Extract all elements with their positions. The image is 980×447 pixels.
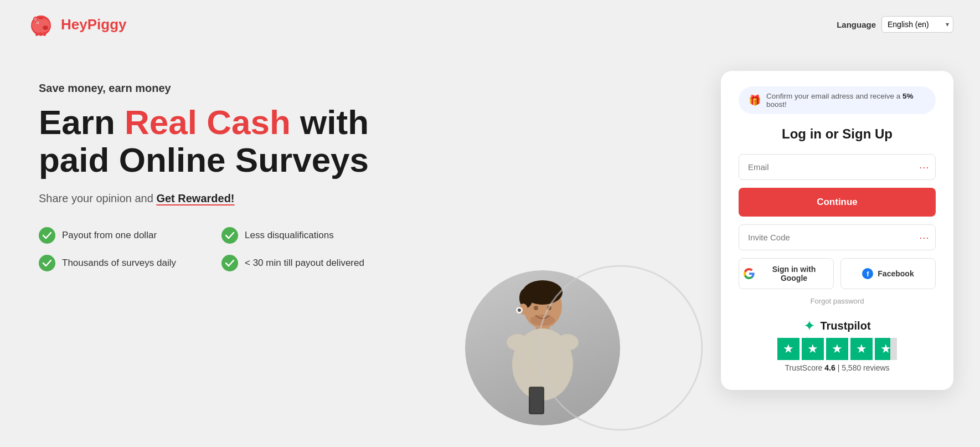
email-input[interactable] (739, 154, 936, 180)
svg-point-13 (39, 255, 55, 271)
feature-text: Payout from one dollar (62, 230, 157, 241)
google-signin-label: Sign in with Google (759, 265, 829, 282)
trustpilot-name: Trustpilot (820, 320, 870, 332)
invite-dots-icon: ⋯ (919, 232, 929, 244)
svg-rect-9 (39, 32, 42, 36)
trustpilot-section: ✦ Trustpilot ★ ★ ★ ★ ★ TrustScore 4.6 | … (739, 317, 936, 372)
circle-decoration (534, 262, 706, 434)
svg-point-30 (538, 266, 702, 430)
trustpilot-score: TrustScore 4.6 | 5,580 reviews (785, 363, 889, 372)
star-5: ★ (875, 338, 897, 360)
headline-part1: Earn (39, 103, 125, 141)
feature-text: Thousands of surveys daily (62, 258, 176, 269)
subtitle: Save money, earn money (39, 82, 437, 95)
svg-rect-7 (39, 18, 43, 19)
svg-point-6 (34, 18, 37, 22)
headline-highlight: Real Cash (125, 103, 291, 141)
star-1: ★ (777, 338, 800, 360)
feature-text: Less disqualifications (245, 230, 334, 241)
svg-point-23 (507, 334, 529, 351)
svg-point-2 (43, 25, 48, 30)
trustpilot-header: ✦ Trustpilot (803, 317, 870, 335)
continue-button[interactable]: Continue (739, 188, 936, 217)
email-input-wrapper: ⋯ (739, 154, 936, 180)
trust-score-value: 4.6 (824, 363, 835, 372)
social-buttons-row: Sign in with Google f Facebook (739, 258, 936, 289)
language-select-wrapper: English (en) Español Français Deutsch Po… (881, 16, 953, 33)
logo-area: HeyPiggy (27, 10, 127, 39)
svg-point-12 (221, 227, 238, 244)
svg-point-20 (518, 309, 521, 312)
card-title: Log in or Sign Up (739, 126, 936, 142)
invite-code-input[interactable] (739, 224, 936, 250)
star-2: ★ (802, 338, 824, 360)
svg-rect-10 (43, 32, 46, 36)
svg-point-11 (39, 227, 55, 244)
facebook-signin-label: Facebook (878, 269, 914, 278)
tagline: Share your opinion and Get Rewarded! (39, 192, 437, 205)
check-circle-icon (39, 255, 55, 271)
logo-text: HeyPiggy (61, 16, 127, 33)
language-select[interactable]: English (en) Español Français Deutsch Po… (881, 16, 953, 33)
check-circle-icon (221, 227, 238, 244)
boost-message: Confirm your email adress and receive a … (766, 92, 926, 109)
boost-banner: 🎁 Confirm your email adress and receive … (739, 86, 936, 114)
headline: Earn Real Cash with paid Online Surveys (39, 104, 437, 179)
gift-icon: 🎁 (749, 94, 761, 106)
tagline-prefix: Share your opinion and (39, 192, 156, 204)
google-g-icon (744, 268, 755, 279)
svg-point-14 (221, 255, 238, 271)
left-content: Save money, earn money Earn Real Cash wi… (39, 71, 437, 271)
login-signup-card: 🎁 Confirm your email adress and receive … (721, 71, 953, 390)
language-label: Language (837, 20, 876, 29)
hero-person-image (537, 182, 703, 425)
google-signin-button[interactable]: Sign in with Google (739, 258, 834, 289)
check-circle-icon (221, 255, 238, 271)
trust-reviews-label: 5,580 reviews (842, 363, 889, 372)
forgot-password-link[interactable]: Forgot password (739, 297, 936, 305)
check-circle-icon (39, 227, 55, 244)
header: HeyPiggy Language English (en) Español F… (0, 0, 980, 49)
email-dots-icon: ⋯ (919, 161, 929, 173)
feature-item: < 30 min till payout delivered (221, 255, 371, 271)
trustpilot-logo-icon: ✦ (803, 317, 816, 335)
trustpilot-stars: ★ ★ ★ ★ ★ (777, 338, 897, 360)
svg-rect-8 (35, 32, 38, 36)
tagline-cta: Get Rewarded! (156, 192, 234, 204)
language-selector-area: Language English (en) Español Français D… (837, 16, 953, 33)
star-4: ★ (850, 338, 873, 360)
main-content: Save money, earn money Earn Real Cash wi… (0, 49, 980, 425)
feature-text: < 30 min till payout delivered (245, 258, 364, 269)
logo-icon (27, 10, 55, 39)
invite-code-input-wrapper: ⋯ (739, 224, 936, 250)
facebook-signin-button[interactable]: f Facebook (840, 258, 936, 289)
feature-item: Payout from one dollar (39, 227, 188, 244)
svg-point-4 (37, 22, 38, 23)
facebook-icon: f (862, 268, 873, 279)
feature-item: Less disqualifications (221, 227, 371, 244)
trust-score-label: TrustScore (785, 363, 822, 372)
star-3: ★ (826, 338, 848, 360)
features-grid: Payout from one dollar Less disqualifica… (39, 227, 371, 271)
feature-item: Thousands of surveys daily (39, 255, 188, 271)
